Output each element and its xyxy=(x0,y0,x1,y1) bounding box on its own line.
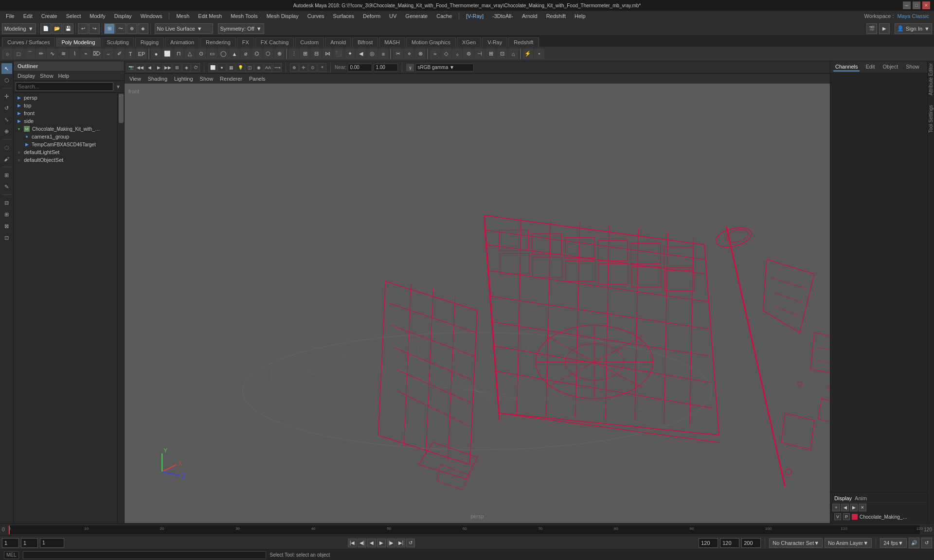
annotation-btn[interactable]: ✎ xyxy=(1,181,12,192)
go-end-btn[interactable]: ▶| xyxy=(396,539,405,547)
vp-ao-btn[interactable]: ◉ xyxy=(254,63,263,72)
shelf-pencil[interactable]: ✏ xyxy=(36,49,46,59)
shelf-cube[interactable]: ⬜ xyxy=(162,49,173,59)
open-scene-btn[interactable]: 📂 xyxy=(52,23,62,34)
tab-vray[interactable]: V-Ray xyxy=(482,37,507,47)
object-tab[interactable]: Object xyxy=(880,63,900,71)
paint-btn[interactable]: 🖌 xyxy=(1,154,12,164)
menu-curves[interactable]: Curves xyxy=(304,12,328,20)
shelf-circularize[interactable]: ◎ xyxy=(367,49,377,59)
no-character-set-btn[interactable]: No Character Set ▼ xyxy=(769,538,823,548)
play-fwd-btn[interactable]: ▶ xyxy=(377,539,386,547)
shelf-curve1[interactable]: ∿ xyxy=(47,49,57,59)
shelf-wedge[interactable]: ◀ xyxy=(356,49,366,59)
vp-keyframe-btn[interactable]: ◈ xyxy=(182,63,191,72)
tab-arnold[interactable]: Arnold xyxy=(325,37,351,47)
menu-mesh-tools[interactable]: Mesh Tools xyxy=(227,12,261,20)
shading-menu[interactable]: Shading xyxy=(145,75,170,83)
ol-item-side[interactable]: ▶ side xyxy=(14,117,124,125)
outliner-display-menu[interactable]: Display xyxy=(16,72,37,79)
shelf-spline[interactable]: ⌦ xyxy=(91,49,102,59)
frame-display[interactable]: 1 xyxy=(40,538,64,548)
outliner-show-menu[interactable]: Show xyxy=(38,72,55,79)
ol-item-top[interactable]: ▶ top xyxy=(14,102,124,109)
fps-btn[interactable]: 24 fps ▼ xyxy=(880,538,907,548)
vp-textured-btn[interactable]: ▦ xyxy=(227,63,235,72)
shelf-pyramid[interactable]: ▲ xyxy=(229,49,240,59)
loop-type-btn[interactable]: ↺ xyxy=(921,538,932,548)
ol-item-chocolate-group[interactable]: ▼ M Chocolate_Making_Kit_with_Food_Th xyxy=(14,125,124,133)
shelf-soccer[interactable]: ⬡ xyxy=(263,49,273,59)
mel-command-input[interactable] xyxy=(23,551,266,559)
ol-item-default-light-set[interactable]: ○ defaultLightSet xyxy=(14,148,124,156)
anim-layers-tab[interactable]: Anim xyxy=(855,495,867,501)
vp-wireframe-btn[interactable]: ⬜ xyxy=(208,63,217,72)
layout2-btn[interactable]: ⊞ xyxy=(1,209,12,220)
shelf-knife[interactable]: ✂ xyxy=(393,49,403,59)
shelf-retopo[interactable]: ⊜ xyxy=(463,49,474,59)
menu-mesh-display[interactable]: Mesh Display xyxy=(263,12,303,20)
vp-motion-blur-btn[interactable]: ⟿ xyxy=(273,63,282,72)
gamma-dropdown[interactable]: sRGB gamma ▼ xyxy=(415,64,474,71)
universal-manip-btn[interactable]: ⊕ xyxy=(1,126,12,137)
step-fwd-btn[interactable]: |▶ xyxy=(387,539,395,547)
outliner-help-menu[interactable]: Help xyxy=(56,72,72,79)
vp-smooth-btn[interactable]: ● xyxy=(217,63,226,72)
ol-item-front[interactable]: ▶ front xyxy=(14,109,124,117)
shelf-zap1[interactable]: ⚡ xyxy=(522,49,533,59)
menu-create[interactable]: Create xyxy=(37,12,61,20)
new-layer-btn[interactable]: + xyxy=(832,504,840,511)
shelf-square[interactable]: □ xyxy=(13,49,24,59)
menu-cache[interactable]: Cache xyxy=(432,12,456,20)
anim-end-field[interactable]: 120 xyxy=(720,538,739,548)
menu-generate[interactable]: Generate xyxy=(401,12,431,20)
vp-lighting-btn[interactable]: 💡 xyxy=(236,63,245,72)
shelf-circle[interactable]: ○ xyxy=(2,49,13,59)
shelf-extrude[interactable]: ⊞ xyxy=(300,49,310,59)
display-layers-tab[interactable]: Display xyxy=(834,495,852,501)
shelf-zap2[interactable]: ⋆ xyxy=(534,49,544,59)
quick-layout-btn[interactable]: ⊟ xyxy=(1,197,12,208)
go-start-btn[interactable]: |◀ xyxy=(348,539,357,547)
tab-poly-modeling[interactable]: Poly Modeling xyxy=(56,37,100,47)
vp-aa-btn[interactable]: AA xyxy=(264,63,272,72)
menu-help[interactable]: Help xyxy=(571,12,590,20)
snap-point-btn[interactable]: ⊕ xyxy=(126,23,137,34)
tab-motion-graphics[interactable]: Motion Graphics xyxy=(406,37,456,47)
vp-shadow-btn[interactable]: ◫ xyxy=(245,63,254,72)
new-scene-btn[interactable]: 📄 xyxy=(40,23,51,34)
frame-start-field[interactable]: 1 xyxy=(2,538,19,548)
vp-prev-frame-btn[interactable]: ◀◀ xyxy=(136,63,144,72)
attr-editor-label[interactable]: Attribute Editor xyxy=(928,63,934,95)
shelf-smooth[interactable]: ≈ xyxy=(430,49,440,59)
menu-deform[interactable]: Deform xyxy=(359,12,384,20)
timeline-track[interactable]: 0 10 20 30 40 50 60 70 80 90 100 110 120 xyxy=(9,525,920,534)
tab-curves-surfaces[interactable]: Curves / Surfaces xyxy=(2,37,55,47)
minimize-button[interactable]: ─ xyxy=(903,1,911,9)
far-clip-field[interactable]: 1.00 xyxy=(374,64,398,71)
menu-file[interactable]: File xyxy=(2,12,18,20)
frame-current-field[interactable]: 1 xyxy=(21,538,38,548)
view-menu[interactable]: View xyxy=(126,75,144,83)
tab-sculpting[interactable]: Sculpting xyxy=(102,37,134,47)
shelf-target-weld[interactable]: ⊗ xyxy=(415,49,426,59)
ol-item-camera1-group[interactable]: ● camera1_group xyxy=(14,133,124,140)
shelf-curve2[interactable]: ≋ xyxy=(58,49,69,59)
menu-windows[interactable]: Windows xyxy=(137,12,166,20)
tool-settings-label[interactable]: Tool Settings xyxy=(928,105,934,133)
ipr-btn[interactable]: ▶ xyxy=(879,23,890,34)
renderer-menu[interactable]: Renderer xyxy=(217,75,245,83)
shelf-pipe[interactable]: ⌀ xyxy=(240,49,251,59)
menu-modify[interactable]: Modify xyxy=(86,12,109,20)
layer-playback-btn[interactable]: P xyxy=(843,513,850,520)
shelf-plane[interactable]: ▭ xyxy=(207,49,217,59)
render-btn[interactable]: 🎬 xyxy=(866,23,877,34)
tab-bifrost[interactable]: Bifrost xyxy=(352,37,378,47)
shelf-sphere[interactable]: ● xyxy=(151,49,162,59)
menu-redshift[interactable]: Redshift xyxy=(542,12,570,20)
shelf-separate[interactable]: ⊡ xyxy=(497,49,507,59)
snap-to-grid-btn[interactable]: ⊞ xyxy=(1,170,12,180)
menu-uv[interactable]: UV xyxy=(385,12,400,20)
snap-grid-btn[interactable]: ⊞ xyxy=(104,23,115,34)
shelf-sketch[interactable]: ✐ xyxy=(114,49,125,59)
